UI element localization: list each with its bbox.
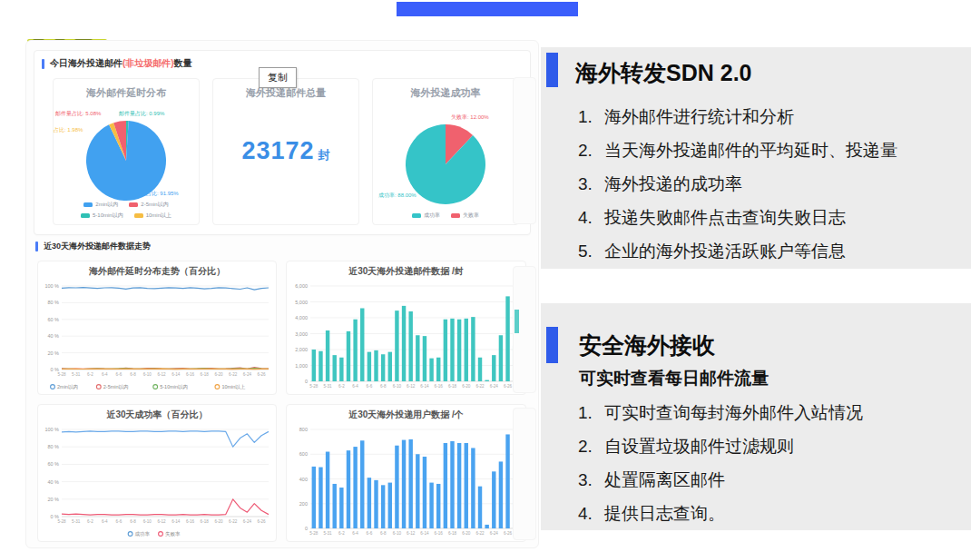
svg-text:6-2: 6-2 [338, 384, 345, 389]
svg-text:6-4: 6-4 [102, 519, 108, 524]
bar-chart-svg: 80060040020005-285-316-26-46-66-86-106-1… [287, 423, 525, 539]
line-chart-svg: 100 %80 %60 %40 %20 %0 %5-285-316-26-46-… [38, 423, 276, 539]
delay-trend-line-chart: 100 %80 %60 %40 %20 %0 %5-285-316-26-46-… [38, 280, 276, 392]
svg-text:6-12: 6-12 [407, 384, 416, 389]
panel-total-count: 海外投递邮件总量 23172封 [212, 78, 359, 225]
svg-text:6-18: 6-18 [201, 519, 210, 524]
accent-bar-icon [546, 327, 558, 363]
dashboard-screenshot: 今日海外投递邮件 (非垃圾邮件) 数量 海外邮件延时分布 邮件量占比: 5.08… [25, 40, 539, 548]
svg-text:6-18: 6-18 [201, 372, 210, 377]
sdn-panel-title: 海外转发SDN 2.0 [575, 58, 751, 88]
pie-legend-row: 2min以内 2-5min以内 [54, 201, 199, 209]
svg-text:6-4: 6-4 [102, 372, 108, 377]
chart-card-delay-trend: 海外邮件延时分布走势（百分比） 100 %80 %60 %40 %20 %0 %… [37, 261, 277, 395]
legend-label: 2min以内 [95, 201, 118, 209]
legend-label: 5-10min以内 [93, 212, 123, 220]
list-item: 可实时查询每封海外邮件入站情况 [597, 396, 978, 429]
svg-text:100 %: 100 % [44, 283, 59, 289]
svg-text:40 %: 40 % [47, 479, 59, 485]
svg-text:6-26: 6-26 [257, 372, 266, 377]
svg-text:6-2: 6-2 [338, 531, 345, 536]
svg-text:6-26: 6-26 [504, 384, 513, 389]
svg-text:成功率: 成功率 [135, 531, 151, 537]
legend-chip [412, 213, 421, 218]
svg-text:6-14: 6-14 [420, 531, 429, 536]
svg-text:400: 400 [299, 477, 308, 482]
svg-text:6-26: 6-26 [504, 531, 513, 536]
receive-panel-title: 安全海外接收 [579, 330, 715, 360]
svg-text:2min以内: 2min以内 [57, 384, 78, 389]
svg-text:6-24: 6-24 [490, 384, 499, 389]
svg-text:5-28: 5-28 [309, 384, 318, 389]
svg-text:失败率: 失败率 [165, 531, 181, 537]
section-today-header: 今日海外投递邮件 (非垃圾邮件) 数量 [42, 57, 192, 70]
svg-text:5-31: 5-31 [323, 384, 332, 389]
svg-text:6-10: 6-10 [143, 372, 152, 377]
section-trend-header: 近30天海外投递邮件数据走势 [35, 241, 151, 252]
svg-text:0: 0 [305, 526, 308, 531]
right-panel-sdn: 海外转发SDN 2.0 海外邮件进行统计和分析当天海外投递邮件的平均延时、投递量… [541, 47, 971, 269]
svg-text:100 %: 100 % [44, 427, 59, 432]
svg-text:6-8: 6-8 [380, 384, 387, 389]
slide-container: { "slide": { "top_bar_color": "#3b5efb",… [0, 0, 980, 552]
svg-text:6-22: 6-22 [475, 531, 485, 536]
svg-text:20 %: 20 % [47, 497, 59, 502]
right-panel-receive: 安全海外接收 可实时查看每日邮件流量 可实时查询每封海外邮件入站情况自设置垃圾邮… [541, 303, 971, 530]
svg-text:600: 600 [299, 451, 308, 457]
svg-text:200: 200 [299, 501, 308, 507]
total-mail-stat: 23172封 [213, 137, 358, 165]
svg-text:60 %: 60 % [47, 461, 59, 467]
svg-text:6-20: 6-20 [462, 384, 471, 389]
list-item: 提供日志查询。 [597, 497, 978, 530]
list-item: 海外邮件进行统计和分析 [597, 100, 978, 133]
legend-label: 2-5min以内 [141, 201, 168, 209]
total-mail-unit: 封 [318, 148, 330, 162]
chart-card-mail-volume: 近30天海外投递邮件数据 /封 6,0005,0004,0003,0002,00… [286, 261, 526, 395]
svg-text:6-24: 6-24 [490, 531, 499, 536]
success-trend-line-chart: 100 %80 %60 %40 %20 %0 %5-285-316-26-46-… [38, 423, 276, 539]
chart-title: 近30天成功率（百分比） [38, 405, 276, 423]
section-title-prefix: 今日海外投递邮件 [50, 57, 122, 70]
copy-tooltip-button[interactable]: 复制 [259, 67, 297, 88]
svg-text:800: 800 [299, 427, 308, 432]
legend-chip [81, 213, 90, 218]
svg-text:6-10: 6-10 [143, 519, 152, 524]
svg-text:6-6: 6-6 [116, 372, 122, 377]
svg-text:6-20: 6-20 [214, 372, 223, 377]
user-volume-bar-chart: 80060040020005-285-316-26-46-66-86-106-1… [287, 423, 525, 539]
list-item: 企业的海外投递活跃账户等信息 [597, 234, 978, 268]
svg-text:6-12: 6-12 [157, 519, 166, 524]
svg-text:6-16: 6-16 [435, 531, 444, 536]
svg-text:6-8: 6-8 [380, 531, 387, 536]
svg-text:6-6: 6-6 [367, 384, 373, 389]
svg-text:6-2: 6-2 [87, 519, 93, 524]
svg-text:10min以上: 10min以上 [221, 384, 245, 389]
svg-text:6-14: 6-14 [172, 372, 181, 377]
svg-text:6-14: 6-14 [172, 519, 181, 524]
svg-text:4,000: 4,000 [295, 315, 308, 320]
legend-item: 5-10min以内 [81, 212, 123, 220]
section-title-suffix: 数量 [174, 57, 192, 70]
svg-text:6-16: 6-16 [186, 372, 195, 377]
legend-item: 2-5min以内 [129, 201, 168, 209]
svg-text:5-28: 5-28 [309, 531, 318, 536]
pie-callout: 失败率: 12.00% [451, 113, 489, 122]
legend-label: 成功率 [424, 212, 440, 220]
legend-chip [83, 202, 93, 207]
svg-text:5-10min以内: 5-10min以内 [160, 384, 188, 389]
svg-text:2-5min以内: 2-5min以内 [103, 384, 129, 389]
svg-text:40 %: 40 % [47, 333, 59, 339]
svg-text:6-8: 6-8 [130, 519, 136, 524]
svg-text:6-6: 6-6 [116, 519, 122, 524]
pie-callout: 邮件量占比: 5.08% [55, 110, 101, 118]
receive-panel-subtitle: 可实时查看每日邮件流量 [579, 367, 769, 390]
list-item: 处置隔离区邮件 [597, 463, 978, 497]
legend-item: 2min以内 [83, 201, 118, 209]
svg-text:6-24: 6-24 [243, 519, 252, 524]
pie-callout: 成功率: 88.00% [378, 192, 416, 200]
legend-item: 失败率 [451, 212, 479, 220]
svg-text:80 %: 80 % [47, 300, 59, 305]
svg-text:0: 0 [305, 379, 308, 384]
svg-text:6-22: 6-22 [229, 372, 238, 377]
list-item: 当天海外投递邮件的平均延时、投递量 [597, 133, 978, 167]
